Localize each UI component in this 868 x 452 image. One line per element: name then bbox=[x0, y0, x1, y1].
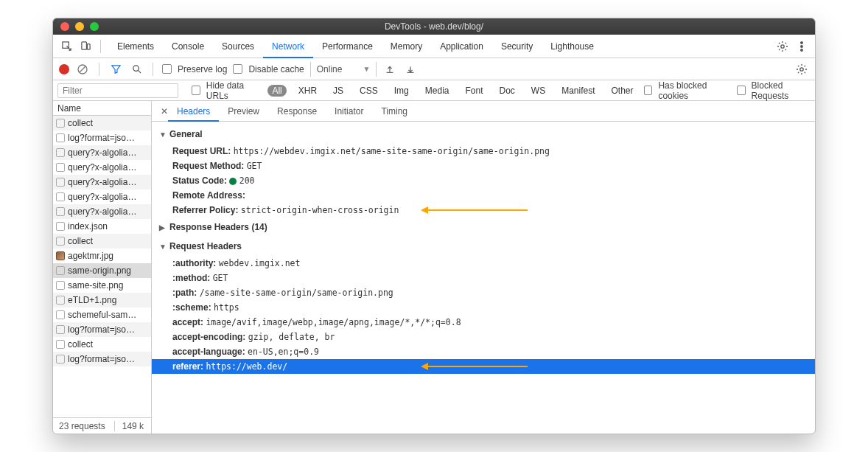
request-row[interactable]: eTLD+1.png bbox=[53, 293, 151, 307]
request-row[interactable]: query?x-algolia… bbox=[53, 160, 151, 175]
type-filter-img[interactable]: Img bbox=[390, 85, 413, 97]
request-row[interactable]: collect bbox=[53, 116, 151, 131]
maximize-icon[interactable] bbox=[90, 22, 99, 31]
network-settings-icon[interactable] bbox=[794, 62, 809, 77]
request-row[interactable]: query?x-algolia… bbox=[53, 190, 151, 204]
request-list-column: Name collectlog?format=jso…query?x-algol… bbox=[53, 101, 152, 434]
svg-point-6 bbox=[801, 49, 803, 51]
close-detail-icon[interactable]: ✕ bbox=[156, 106, 168, 117]
download-icon[interactable] bbox=[403, 62, 418, 77]
type-filter-js[interactable]: JS bbox=[329, 85, 348, 97]
svg-rect-1 bbox=[81, 42, 86, 49]
record-icon[interactable] bbox=[59, 64, 69, 74]
chevron-down-icon: ▼ bbox=[363, 65, 370, 73]
settings-icon[interactable] bbox=[775, 39, 790, 54]
detail-tab-headers[interactable]: Headers bbox=[168, 101, 219, 122]
detail-tab-response[interactable]: Response bbox=[268, 101, 326, 122]
response-headers-section[interactable]: ▶Response Headers (14) bbox=[159, 218, 815, 237]
type-filter-ws[interactable]: WS bbox=[527, 85, 550, 97]
blocked-requests-checkbox[interactable]: Blocked Requests bbox=[737, 80, 815, 101]
tab-memory[interactable]: Memory bbox=[382, 35, 431, 58]
detail-tab-timing[interactable]: Timing bbox=[372, 101, 416, 122]
request-row[interactable]: index.json bbox=[53, 219, 151, 234]
type-filters: AllXHRJSCSSImgMediaFontDocWSManifestOthe… bbox=[267, 85, 637, 97]
svg-line-8 bbox=[80, 66, 85, 72]
request-name: eTLD+1.png bbox=[68, 295, 116, 305]
tab-elements[interactable]: Elements bbox=[108, 35, 163, 58]
general-section[interactable]: ▼General bbox=[159, 125, 815, 144]
name-column-header[interactable]: Name bbox=[53, 101, 151, 116]
clear-icon[interactable] bbox=[75, 62, 90, 77]
filter-input[interactable] bbox=[57, 83, 178, 98]
svg-point-3 bbox=[781, 44, 784, 47]
inspect-icon[interactable] bbox=[59, 39, 74, 54]
request-row[interactable]: query?x-algolia… bbox=[53, 204, 151, 219]
devtools-window: DevTools - web.dev/blog/ ElementsConsole… bbox=[52, 18, 816, 434]
request-row[interactable]: schemeful-sam… bbox=[53, 307, 151, 322]
request-name: index.json bbox=[68, 221, 108, 232]
detail-column: ✕ HeadersPreviewResponseInitiatorTiming … bbox=[152, 101, 815, 434]
search-icon[interactable] bbox=[129, 62, 144, 77]
disclosure-right-icon: ▶ bbox=[159, 223, 167, 232]
tab-console[interactable]: Console bbox=[163, 35, 213, 58]
tab-performance[interactable]: Performance bbox=[313, 35, 382, 58]
request-row[interactable]: query?x-algolia… bbox=[53, 175, 151, 190]
tab-sources[interactable]: Sources bbox=[213, 35, 263, 58]
request-name: query?x-algolia… bbox=[68, 147, 136, 158]
requests-count: 23 requests bbox=[59, 421, 105, 431]
file-icon bbox=[56, 222, 65, 231]
detail-tab-initiator[interactable]: Initiator bbox=[326, 101, 372, 122]
filter-bar: Hide data URLs AllXHRJSCSSImgMediaFontDo… bbox=[53, 80, 815, 101]
type-filter-css[interactable]: CSS bbox=[355, 85, 382, 97]
disable-cache-checkbox[interactable]: Disable cache bbox=[233, 64, 304, 74]
request-name: query?x-algolia… bbox=[68, 192, 136, 202]
request-row[interactable]: log?format=jso… bbox=[53, 352, 151, 366]
minimize-icon[interactable] bbox=[75, 22, 84, 31]
tab-security[interactable]: Security bbox=[492, 35, 542, 58]
type-filter-other[interactable]: Other bbox=[607, 85, 638, 97]
detail-tab-preview[interactable]: Preview bbox=[219, 101, 268, 122]
request-row[interactable]: agektmr.jpg bbox=[53, 248, 151, 263]
tab-lighthouse[interactable]: Lighthouse bbox=[542, 35, 603, 58]
upload-icon[interactable] bbox=[382, 62, 397, 77]
type-filter-xhr[interactable]: XHR bbox=[294, 85, 321, 97]
request-row[interactable]: collect bbox=[53, 234, 151, 248]
more-icon[interactable] bbox=[794, 39, 809, 54]
close-icon[interactable] bbox=[60, 22, 69, 31]
request-headers-section[interactable]: ▼Request Headers bbox=[159, 237, 815, 256]
request-row[interactable]: same-origin.png bbox=[53, 263, 151, 278]
disclosure-down-icon: ▼ bbox=[159, 131, 167, 139]
authority-row: :authority: webdev.imgix.net bbox=[159, 256, 815, 271]
request-name: same-origin.png bbox=[68, 265, 131, 276]
type-filter-all[interactable]: All bbox=[267, 85, 286, 97]
request-row[interactable]: log?format=jso… bbox=[53, 131, 151, 145]
request-name: query?x-algolia… bbox=[68, 162, 136, 173]
request-row[interactable]: same-site.png bbox=[53, 278, 151, 293]
window-title: DevTools - web.dev/blog/ bbox=[53, 21, 815, 32]
request-row[interactable]: log?format=jso… bbox=[53, 322, 151, 337]
request-name: same-site.png bbox=[68, 280, 123, 291]
divider bbox=[100, 40, 101, 53]
type-filter-font[interactable]: Font bbox=[461, 85, 487, 97]
has-blocked-cookies-checkbox[interactable]: Has blocked cookies bbox=[644, 80, 731, 101]
type-filter-manifest[interactable]: Manifest bbox=[557, 85, 599, 97]
accept-language-row: accept-language: en-US,en;q=0.9 bbox=[159, 344, 815, 359]
file-icon bbox=[56, 133, 65, 142]
preserve-log-checkbox[interactable]: Preserve log bbox=[162, 64, 227, 74]
device-toggle-icon[interactable] bbox=[78, 39, 93, 54]
request-row[interactable]: query?x-algolia… bbox=[53, 145, 151, 160]
filter-icon[interactable] bbox=[108, 62, 123, 77]
status-bar: 23 requests 149 k bbox=[53, 417, 151, 434]
body-area: Name collectlog?format=jso…query?x-algol… bbox=[53, 101, 815, 434]
request-row[interactable]: collect bbox=[53, 337, 151, 352]
tab-application[interactable]: Application bbox=[431, 35, 492, 58]
file-icon bbox=[56, 325, 65, 334]
divider bbox=[99, 63, 99, 76]
request-name: collect bbox=[68, 236, 93, 246]
hide-data-urls-checkbox[interactable]: Hide data URLs bbox=[192, 80, 262, 101]
throttle-select[interactable]: Online▼ bbox=[310, 62, 377, 77]
svg-rect-2 bbox=[87, 44, 90, 50]
tab-network[interactable]: Network bbox=[263, 35, 313, 58]
type-filter-doc[interactable]: Doc bbox=[494, 85, 519, 97]
type-filter-media[interactable]: Media bbox=[421, 85, 454, 97]
